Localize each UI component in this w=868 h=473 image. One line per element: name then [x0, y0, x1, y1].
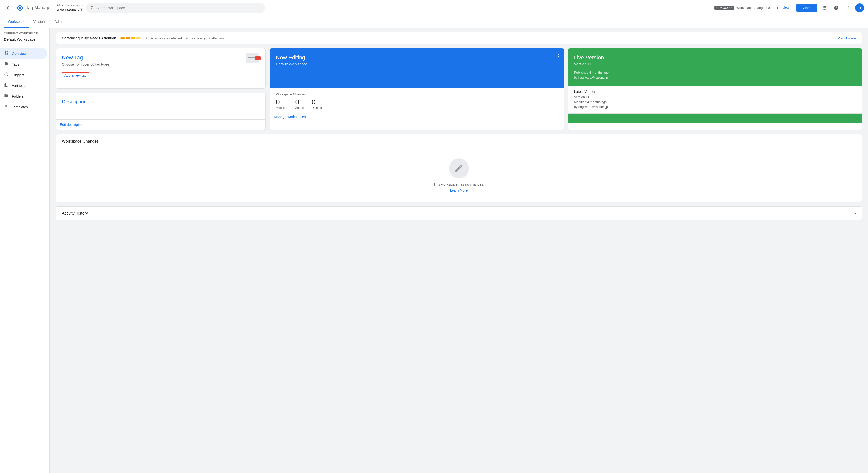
tags-icon	[4, 61, 9, 67]
left-column: New Tag Choose from over 50 tag types	[56, 48, 266, 130]
new-tag-card-body: New Tag Choose from over 50 tag types	[56, 49, 266, 84]
workspace-changes-big-card: Workspace Changes This workspace has no …	[56, 134, 862, 203]
edit-description-link[interactable]: Edit description	[60, 123, 84, 127]
description-title: Description	[56, 93, 266, 119]
secondary-nav: Workspace Versions Admin	[0, 16, 868, 28]
manage-workspaces-row: Manage workspaces ›	[270, 112, 563, 122]
sidebar-item-label: Folders	[12, 94, 24, 98]
sidebar-divider	[0, 46, 50, 46]
manage-workspaces-link[interactable]: Manage workspaces	[274, 115, 306, 119]
preview-button[interactable]: Preview	[772, 4, 795, 12]
quality-dot-4	[136, 37, 141, 39]
activity-history-chevron-icon: ›	[855, 211, 856, 216]
workspace-changes-count: Workspace Changes: 0	[736, 6, 770, 10]
sidebar-item-label: Templates	[12, 105, 28, 109]
activity-history-title: Activity History	[62, 211, 88, 216]
tab-admin[interactable]: Admin	[51, 16, 68, 28]
sidebar-item-tags[interactable]: Tags	[0, 59, 48, 69]
variables-icon	[4, 83, 9, 88]
search-input[interactable]	[96, 6, 261, 10]
sidebar-item-variables[interactable]: Variables	[0, 80, 48, 91]
templates-icon	[4, 104, 9, 110]
sidebar-item-overview[interactable]: Overview	[0, 48, 48, 59]
manage-ws-chevron-icon: ›	[559, 115, 560, 119]
logo-diamond-icon	[16, 4, 24, 12]
live-version-title: Live Version	[574, 54, 856, 61]
tag-icon	[246, 53, 260, 66]
tab-versions[interactable]: Versions	[29, 16, 51, 28]
latest-version-title: Latest Version	[574, 90, 856, 94]
live-version-wrapper: Live Version Version 11 Published 4 mont…	[568, 48, 862, 130]
add-new-tag-link[interactable]: Add a new tag	[64, 73, 87, 77]
sidebar-item-triggers[interactable]: Triggers	[0, 69, 48, 80]
modified-label: Modified	[276, 106, 287, 110]
cards-row: New Tag Choose from over 50 tag types	[56, 48, 862, 130]
app-name: Tag Manager	[26, 5, 52, 10]
activity-history-card: Activity History ›	[56, 206, 862, 220]
triggers-icon	[4, 72, 9, 78]
live-version-number: Version 11	[574, 62, 856, 66]
workspace-chevron-icon: ›	[44, 37, 45, 42]
add-tag-footer: Add a new tag ›	[56, 84, 266, 89]
tab-workspace[interactable]: Workspace	[4, 16, 29, 28]
help-button[interactable]	[831, 3, 841, 13]
search-bar[interactable]	[86, 3, 265, 13]
now-editing-workspace: Default Workspace	[276, 62, 558, 66]
now-editing-menu-icon[interactable]: ⋮	[556, 52, 561, 57]
add-tag-footer-link[interactable]: Add a new tag	[56, 87, 76, 89]
count-deleted: 0 Deleted	[312, 98, 322, 110]
top-nav: Tag Manager All accounts > razona www.ra…	[0, 0, 868, 16]
back-button[interactable]	[4, 3, 13, 12]
nav-right: GTM-XXXXX Workspace Changes: 0 Preview S…	[714, 3, 864, 13]
count-modified: 0 Modified	[276, 98, 287, 110]
workspace-name: Default Workspace	[4, 37, 35, 41]
account-path-top: All accounts > razona	[57, 4, 83, 7]
modified-count: 0	[276, 98, 280, 106]
latest-version-section: Latest Version Version 11 Modified 4 mon…	[568, 86, 862, 113]
workspace-changes-big-title: Workspace Changes	[56, 134, 862, 149]
avatar[interactable]: H	[855, 3, 864, 12]
count-added: 0 Added	[295, 98, 304, 110]
activity-history-header[interactable]: Activity History ›	[56, 207, 862, 220]
workspace-changes-counts: 0 Modified 0 Added 0 Deleted	[270, 98, 563, 112]
quality-label-group: Container quality: Needs Attention	[62, 36, 117, 40]
add-tag-highlighted-box[interactable]: Add a new tag	[62, 72, 89, 78]
deleted-label: Deleted	[312, 106, 322, 110]
app-logo[interactable]: Tag Manager	[16, 4, 52, 12]
folders-icon	[4, 93, 9, 99]
account-path: All accounts > razona www.razona.jp ▾	[57, 4, 83, 12]
sidebar-item-label: Triggers	[12, 73, 25, 77]
live-version-top: Live Version Version 11 Published 4 mont…	[568, 49, 862, 86]
quality-dot-1	[120, 37, 125, 39]
quality-dot-3	[131, 37, 135, 39]
more-options-button[interactable]	[843, 3, 853, 13]
empty-state-text: This workspace has no changes.	[434, 182, 484, 186]
tag-icon-red	[255, 56, 260, 60]
latest-version-row: Latest version ›	[568, 113, 862, 123]
new-tag-card: New Tag Choose from over 50 tag types	[56, 48, 266, 89]
sidebar-item-templates[interactable]: Templates	[0, 101, 48, 112]
main-layout: CURRENT WORKSPACE Default Workspace › Ov…	[0, 28, 868, 473]
apps-grid-button[interactable]	[819, 3, 829, 13]
pencil-icon	[454, 164, 464, 173]
latest-version-link[interactable]: Latest version	[572, 117, 594, 120]
sidebar-item-label: Overview	[12, 52, 26, 56]
account-selector[interactable]: www.razona.jp ▾	[57, 7, 83, 12]
live-version-published: Published 4 months ago by hagiwara@razon…	[574, 70, 856, 80]
now-editing-wrapper: ⋮ Now Editing Default Workspace Workspac…	[270, 48, 564, 130]
description-card: Description Edit description ›	[56, 93, 266, 130]
added-count: 0	[295, 98, 299, 106]
workspace-changes-header: Workspace Changes	[270, 88, 563, 98]
workspace-selector[interactable]: Default Workspace ›	[0, 36, 50, 45]
gtm-id-badge: GTM-XXXXX	[714, 6, 734, 10]
learn-more-link[interactable]: Learn More	[450, 188, 468, 192]
view-issue-link[interactable]: View 1 issue	[838, 36, 856, 40]
sidebar-item-folders[interactable]: Folders	[0, 91, 48, 101]
new-tag-title: New Tag	[62, 54, 259, 61]
new-tag-subtitle: Choose from over 50 tag types	[62, 62, 259, 66]
sidebar-item-label: Tags	[12, 62, 19, 66]
quality-description: Some issues are detected that may need y…	[145, 36, 834, 40]
submit-button[interactable]: Submit	[797, 4, 817, 12]
empty-state-icon	[449, 158, 469, 178]
live-version-card: Live Version Version 11 Published 4 mont…	[568, 49, 862, 123]
